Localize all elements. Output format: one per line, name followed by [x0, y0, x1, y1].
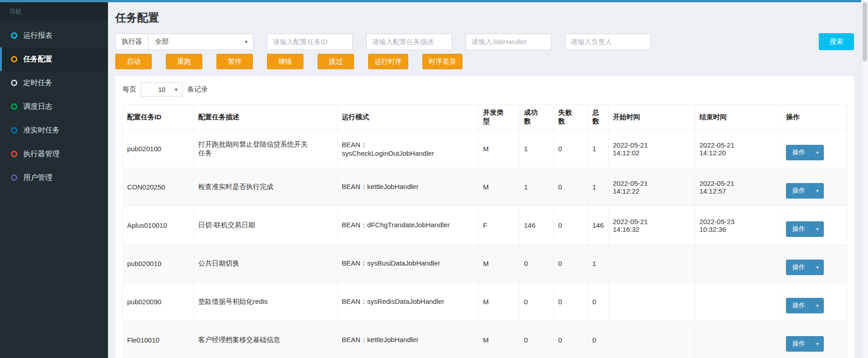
operation-split-button: 操作 ▼ [786, 145, 824, 160]
table-header-row: 配置任务ID 配置任务描述 运行模式 并发类 型 成功 数 失败 数 总 数 开… [123, 105, 847, 130]
caret-down-icon: ▼ [174, 87, 178, 92]
operation-dropdown-toggle[interactable]: ▼ [811, 260, 823, 275]
cell-start-time: 2022-05-21 14:12:02 [609, 130, 695, 168]
operation-dropdown-toggle[interactable]: ▼ [811, 298, 823, 313]
batch-action-button[interactable]: 继续 [267, 54, 303, 69]
page-size-value: 10 [158, 86, 165, 93]
operation-split-button: 操作 ▼ [786, 221, 824, 237]
col-header-job-id: 配置任务ID [123, 105, 194, 130]
table-row: Aplus010010 日切-联机交易日期 BEAN：dFChgTrandate… [123, 206, 847, 245]
circle-outline-icon [11, 56, 17, 62]
cell-total-count: 146 [588, 206, 609, 245]
cell-concurrency: M [479, 283, 520, 321]
cell-success-count: 0 [520, 245, 554, 283]
sidebar-menu-item[interactable]: 任务配置 [0, 47, 108, 71]
vertical-scrollbar-track[interactable] [861, 0, 868, 358]
cell-job-desc: 日切-联机交易日期 [194, 206, 338, 245]
cell-total-count: 1 [588, 130, 609, 168]
col-header-end-time: 结束时间 [695, 105, 782, 130]
cell-end-time: 2022-05-21 14:12:57 [695, 168, 782, 206]
filter-text-input[interactable] [267, 34, 353, 50]
col-header-job-desc: 配置任务描述 [194, 105, 338, 130]
sidebar-menu-item[interactable]: 执行器管理 [0, 142, 108, 166]
cell-job-desc: 打开跑批期间禁止登陆信贷系统开关 任务 [194, 130, 338, 168]
col-header-concurrency-type: 并发类 型 [479, 105, 520, 130]
operation-split-button: 操作 ▼ [786, 336, 824, 352]
table-row: pub020090 垫款借据号初始化redis BEAN：sysRedisDat… [123, 283, 847, 321]
sidebar-menu-item[interactable]: 定时任务 [0, 71, 108, 95]
caret-down-icon: ▼ [244, 40, 248, 44]
operation-button[interactable]: 操作 [786, 145, 811, 160]
operation-split-button: 操作 ▼ [786, 183, 824, 199]
operation-dropdown-toggle[interactable]: ▼ [811, 184, 823, 198]
cell-success-count: 0 [520, 321, 554, 358]
circle-outline-icon [11, 151, 17, 157]
caret-down-icon: ▼ [816, 342, 819, 346]
filter-text-input[interactable] [366, 34, 452, 50]
records-label: 条记录 [187, 85, 208, 94]
cell-concurrency: M [479, 245, 520, 283]
operation-split-button: 操作 ▼ [786, 298, 824, 313]
batch-action-button[interactable]: 暂停 [216, 54, 253, 69]
sidebar-menu-item[interactable]: 用户管理 [0, 166, 108, 189]
cell-total-count: 1 [588, 245, 609, 283]
cell-end-time [695, 245, 782, 283]
executor-filter-group: 执行器 全部 ▼ [115, 34, 253, 50]
sidebar-menu-item[interactable]: 准实时任务 [0, 118, 108, 142]
cell-job-desc: 垫款借据号初始化redis [194, 283, 338, 321]
cell-success-count: 1 [520, 168, 554, 206]
sidebar-menu: 运行报表 任务配置 定时任务 调度日志 准实时任务 [0, 21, 108, 189]
cell-job-desc: 检查准实时是否执行完成 [194, 168, 338, 206]
batch-action-button[interactable]: 运行时序 [368, 54, 408, 69]
batch-action-button[interactable]: 时序差异 [422, 54, 462, 69]
cell-fail-count: 0 [554, 130, 588, 168]
sidebar-menu-item[interactable]: 运行报表 [0, 24, 108, 47]
sidebar-menu-item[interactable]: 调度日志 [0, 95, 108, 118]
executor-select[interactable]: 全部 ▼ [149, 34, 253, 50]
per-page-label: 每页 [123, 85, 136, 94]
cell-total-count: 0 [588, 321, 609, 358]
cell-start-time [609, 283, 695, 321]
caret-down-icon: ▼ [816, 304, 819, 308]
batch-action-button[interactable]: 启动 [115, 54, 152, 69]
table-row: CON020250 检查准实时是否执行完成 BEAN：kettleJobHand… [123, 168, 847, 206]
cell-run-mode: BEAN：kettleJobHandler [338, 321, 479, 358]
operation-button[interactable]: 操作 [786, 184, 811, 198]
operation-split-button: 操作 ▼ [786, 260, 824, 275]
page-title: 任务配置 [115, 10, 854, 25]
table-card: 每页 10 ▼ 条记录 配置任务ID 配置任务描述 运行模式 并发类 型 成功 … [115, 75, 854, 358]
cell-concurrency: M [479, 321, 520, 358]
caret-down-icon: ▼ [816, 227, 819, 231]
search-button[interactable]: 搜索 [819, 33, 854, 50]
vertical-scrollbar-thumb[interactable] [863, 2, 867, 61]
operation-button[interactable]: 操作 [786, 298, 811, 313]
page-size-select[interactable]: 10 ▼ [141, 82, 183, 97]
sidebar-item-label: 执行器管理 [23, 149, 60, 159]
col-header-fail-count: 失败 数 [554, 105, 588, 130]
cell-fail-count: 0 [554, 206, 588, 245]
cell-job-id: Aplus010010 [123, 206, 194, 245]
cell-end-time: 2022-05-21 14:12:20 [695, 130, 782, 168]
batch-actions-row: 启动重跑暂停继续跳过运行时序时序差异 [115, 54, 854, 69]
cell-concurrency: M [479, 168, 520, 206]
cell-job-desc: 客户经理档案移交基础信息 [194, 321, 338, 358]
operation-button[interactable]: 操作 [786, 260, 811, 275]
batch-action-button[interactable]: 重跑 [166, 54, 202, 69]
operation-dropdown-toggle[interactable]: ▼ [811, 222, 823, 236]
cell-job-id: Fle010010 [123, 321, 194, 358]
cell-success-count: 146 [520, 206, 554, 245]
sidebar-header-label: 导航 [0, 2, 108, 21]
operation-dropdown-toggle[interactable]: ▼ [811, 145, 823, 160]
batch-action-button[interactable]: 跳过 [318, 54, 354, 69]
operation-dropdown-toggle[interactable]: ▼ [811, 337, 823, 351]
cell-concurrency: M [479, 130, 520, 168]
cell-operation: 操作 ▼ [782, 321, 847, 358]
filter-text-input[interactable] [565, 34, 651, 50]
cell-job-id: pub020100 [123, 130, 194, 168]
table-row: Fle010010 客户经理档案移交基础信息 BEAN：kettleJobHan… [123, 321, 847, 358]
cell-job-id: pub020010 [123, 245, 194, 283]
operation-button[interactable]: 操作 [786, 222, 811, 236]
cell-total-count: 0 [588, 283, 609, 321]
filter-text-input[interactable] [466, 34, 551, 50]
operation-button[interactable]: 操作 [786, 337, 811, 351]
